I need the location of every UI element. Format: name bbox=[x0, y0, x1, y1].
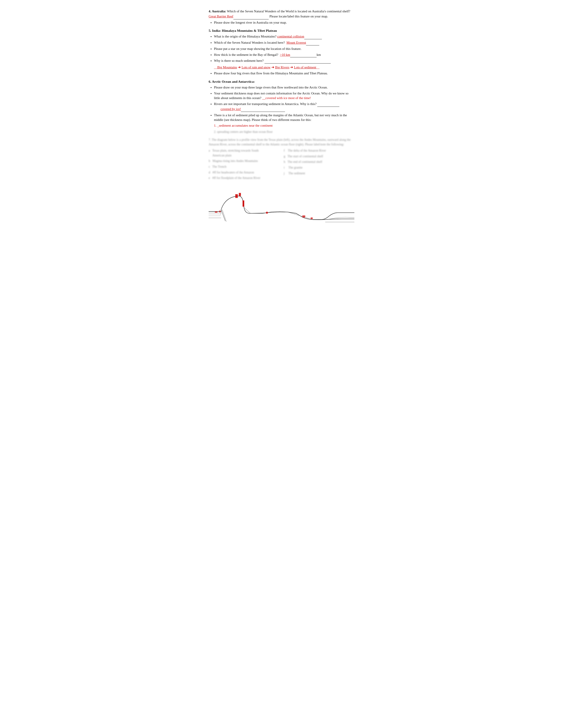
annotation-trench bbox=[242, 201, 244, 207]
blank-antarctica-2 bbox=[241, 107, 285, 112]
blank-wonder bbox=[306, 40, 319, 45]
blank-why bbox=[264, 58, 331, 64]
cross-section-diagram bbox=[209, 185, 354, 234]
s7-e: e #ff for floodplain of the Amazon River bbox=[209, 176, 279, 180]
annotation-andes-2 bbox=[239, 193, 241, 196]
s7-j: j The sediment bbox=[284, 171, 354, 176]
chain-prefix: __ bbox=[214, 66, 217, 69]
chain-rain-snow: Lots of rain and snow bbox=[241, 66, 270, 69]
blank-indent bbox=[214, 107, 220, 112]
section4-after: Please locate/label this feature on your… bbox=[269, 15, 328, 18]
s7-b: b Magma rising into Andes Mountains bbox=[209, 159, 279, 163]
section5-bullets: What is the origin of the Himalaya Mount… bbox=[214, 34, 354, 64]
s7-h: h The end of continental shelf bbox=[284, 159, 354, 164]
section5-bullet-star: Please put a star on your map showing th… bbox=[214, 47, 354, 51]
chain-big-rivers: Big Rivers bbox=[275, 66, 290, 69]
section7-items: a Texas plain, stretching towards South … bbox=[209, 148, 354, 181]
section5-bullet-sediment: How thick is the sediment in the Bay of … bbox=[214, 53, 354, 58]
section4-question: Which of the Seven Natural Wonders of th… bbox=[226, 9, 350, 13]
blank-antarctica-1 bbox=[317, 102, 339, 107]
chain-line: __Big Mountains ➜ Lots of rain and snow … bbox=[214, 65, 354, 70]
annotation-shelf bbox=[311, 218, 313, 219]
section4-answer: Great Barrier Reef bbox=[209, 15, 233, 18]
chain-big-mountains: Big Mountains bbox=[217, 66, 237, 69]
section4-bullets: Please draw the longest river in Austral… bbox=[214, 20, 354, 25]
section6-title: 6. Arctic Ocean and Antarctica: bbox=[209, 79, 354, 84]
section5-last-bullet-list: Please draw four big rivers that flow fr… bbox=[214, 71, 354, 76]
answer-wonder: Mount Everest bbox=[287, 41, 306, 44]
section6-bullet-antarctica: Rivers are not important for transportin… bbox=[214, 102, 354, 112]
annotation-left-2 bbox=[219, 211, 221, 212]
annotation-amazon-dot bbox=[266, 212, 268, 214]
section5-title: 5. India: Himalaya Mountains & Tibet Pla… bbox=[209, 28, 354, 33]
s7-g: g The start of continental shelf bbox=[284, 154, 354, 159]
s7-f: f The delta of the Amazon River bbox=[284, 148, 354, 153]
arrow-2: ➜ bbox=[271, 65, 275, 69]
section4-label: 4. Australia: bbox=[209, 9, 226, 13]
s7-i: i The granite bbox=[284, 165, 354, 170]
section4-bullet-1: Please draw the longest river in Austral… bbox=[214, 20, 354, 25]
section-6: 6. Arctic Ocean and Antarctica: Please d… bbox=[209, 79, 354, 134]
answer-sediment-thickness: >10 km bbox=[280, 53, 290, 56]
section4-text: 4. Australia: Which of the Seven Natural… bbox=[209, 9, 354, 19]
section5-bullet-origin: What is the origin of the Himalaya Mount… bbox=[214, 34, 354, 39]
answer-atlantic-1: 1. _sediment accumulates near the contin… bbox=[214, 123, 273, 128]
section4-blank bbox=[233, 14, 269, 19]
blank-origin bbox=[304, 34, 322, 39]
arrow-1: ➜ bbox=[238, 65, 241, 69]
answer-arctic: __covered with ice most of the time! bbox=[262, 96, 311, 100]
chain-sediment: Lots of sediment bbox=[294, 66, 316, 69]
section6-bullets: Please draw on your map three large rive… bbox=[214, 85, 354, 134]
s7-d: d #ff for headwaters of the Amazon bbox=[209, 170, 279, 175]
section7-right-col: f The delta of the Amazon River g The st… bbox=[284, 148, 354, 181]
section6-bullet-rivers: Please draw on your map three large rive… bbox=[214, 85, 354, 90]
section6-bullet-sediment-map: Your sediment thickness map does not con… bbox=[214, 91, 354, 101]
section5-bullet-why: Why is there so much sediment here? bbox=[214, 58, 354, 64]
answer-antarctica: covered by ice! bbox=[220, 107, 241, 111]
chain-suffix: __ bbox=[316, 66, 320, 69]
section6-bullet-atlantic: There is a lot of sediment piled up alon… bbox=[214, 113, 354, 134]
section5-bullet-wonder: Which of the Seven Natural Wonders is lo… bbox=[214, 40, 354, 45]
annotation-andes-1 bbox=[235, 194, 238, 198]
answer-origin: continental collision bbox=[277, 35, 304, 38]
answer-atlantic-2-blurred: 2. spreading centers are higher than oce… bbox=[214, 129, 273, 134]
blank-sediment bbox=[290, 53, 317, 58]
section7-left-col: a Texas plain, stretching towards South … bbox=[209, 148, 279, 181]
section-5: 5. India: Himalaya Mountains & Tibet Pla… bbox=[209, 28, 354, 76]
diagram-section bbox=[209, 185, 354, 234]
arrow-3: ➜ bbox=[290, 65, 294, 69]
s7-c: c The Trench bbox=[209, 164, 279, 169]
section-4: 4. Australia: Which of the Seven Natural… bbox=[209, 9, 354, 25]
annotation-delta bbox=[302, 215, 305, 217]
section5-bullet-rivers: Please draw four big rivers that flow fr… bbox=[214, 71, 354, 76]
diagram-bg bbox=[209, 189, 354, 231]
section7-intro: 7. The diagram below is a profile view f… bbox=[209, 137, 354, 147]
s7-a: a Texas plain, stretching towards South … bbox=[209, 148, 279, 158]
section-7-blurred: 7. The diagram below is a profile view f… bbox=[209, 137, 354, 182]
